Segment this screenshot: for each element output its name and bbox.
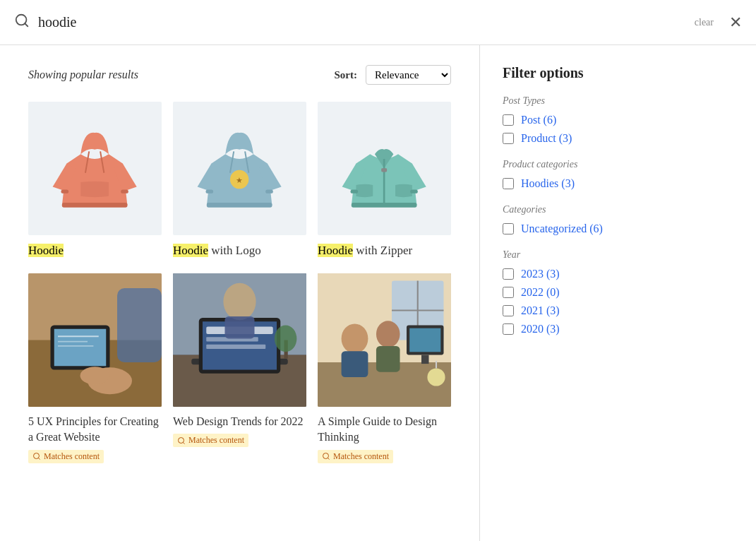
svg-rect-53 bbox=[409, 328, 440, 352]
product-image: ★ bbox=[173, 102, 306, 235]
filter-section-product-categories: Product categories Hoodies (3) bbox=[503, 159, 683, 190]
svg-line-62 bbox=[328, 458, 329, 459]
product-title: Hoodie with Logo bbox=[173, 242, 306, 259]
blog-card[interactable]: 5 UX Principles for Creating a Great Web… bbox=[28, 273, 162, 463]
showing-text: Showing popular results bbox=[28, 69, 138, 81]
product-image bbox=[28, 102, 162, 235]
product-card[interactable]: Hoodie bbox=[28, 102, 162, 259]
svg-rect-58 bbox=[376, 346, 400, 372]
svg-line-45 bbox=[183, 442, 184, 444]
svg-rect-41 bbox=[225, 316, 255, 339]
filter-label-post[interactable]: Post (6) bbox=[521, 114, 556, 126]
product-title: Hoodie with Zipper bbox=[318, 242, 451, 259]
filter-label-2023[interactable]: 2023 (3) bbox=[521, 268, 560, 280]
results-header: Showing popular results Sort: Relevance … bbox=[28, 65, 451, 85]
svg-rect-54 bbox=[421, 355, 429, 364]
filter-section-label: Categories bbox=[503, 204, 683, 215]
filter-checkbox-uncategorized[interactable] bbox=[503, 223, 514, 234]
clear-button[interactable]: clear bbox=[695, 17, 714, 28]
filter-panel: Filter options Post Types Post (6) Produ… bbox=[480, 45, 706, 541]
filter-checkbox-2021[interactable] bbox=[503, 305, 514, 316]
svg-rect-39 bbox=[206, 345, 265, 349]
filter-section-label: Product categories bbox=[503, 159, 683, 170]
product-image bbox=[318, 102, 451, 235]
filter-item: 2022 (0) bbox=[503, 286, 683, 299]
matches-badge: Matches content bbox=[318, 450, 393, 463]
search-small-icon bbox=[177, 436, 186, 445]
search-small-icon bbox=[322, 452, 330, 460]
filter-label-hoodies[interactable]: Hoodies (3) bbox=[521, 177, 575, 190]
filter-label-uncategorized[interactable]: Uncategorized (6) bbox=[521, 222, 603, 235]
matches-badge: Matches content bbox=[28, 450, 104, 463]
svg-rect-12 bbox=[266, 190, 274, 194]
highlight: Hoodie bbox=[28, 244, 64, 257]
filter-checkbox-hoodies[interactable] bbox=[503, 178, 514, 189]
filter-label-2022[interactable]: 2022 (0) bbox=[521, 286, 560, 299]
product-card[interactable]: Hoodie with Zipper bbox=[318, 102, 451, 259]
blog-grid: 5 UX Principles for Creating a Great Web… bbox=[28, 273, 451, 463]
blog-image bbox=[318, 273, 451, 407]
filter-section-label: Year bbox=[503, 249, 683, 261]
search-bar: clear ✕ bbox=[0, 0, 756, 45]
filter-label-2020[interactable]: 2020 (3) bbox=[521, 323, 560, 335]
svg-rect-6 bbox=[62, 203, 128, 208]
blog-title: Web Design Trends for 2022 bbox=[173, 414, 306, 429]
filter-item: 2020 (3) bbox=[503, 323, 683, 335]
filter-item: Product (3) bbox=[503, 132, 683, 145]
blog-image bbox=[173, 273, 306, 407]
svg-rect-4 bbox=[61, 190, 69, 194]
filter-checkbox-2023[interactable] bbox=[503, 268, 514, 280]
filter-label-2021[interactable]: 2021 (3) bbox=[521, 304, 560, 317]
product-card[interactable]: ★ Hoodie with Logo bbox=[173, 102, 306, 259]
svg-point-61 bbox=[323, 453, 329, 459]
matches-label: Matches content bbox=[333, 451, 389, 462]
matches-label: Matches content bbox=[44, 451, 100, 462]
svg-rect-22 bbox=[54, 329, 107, 367]
sort-select[interactable]: Relevance Date Price bbox=[366, 65, 451, 85]
filter-checkbox-2022[interactable] bbox=[503, 287, 514, 298]
matches-badge: Matches content bbox=[173, 434, 248, 447]
svg-rect-16 bbox=[351, 190, 359, 194]
svg-point-55 bbox=[342, 323, 368, 353]
filter-checkbox-2020[interactable] bbox=[503, 323, 514, 335]
svg-line-1 bbox=[25, 23, 28, 26]
blog-card[interactable]: Web Design Trends for 2022 Matches conte… bbox=[173, 273, 306, 463]
blog-card[interactable]: A Simple Guide to Design Thinking Matche… bbox=[318, 273, 451, 463]
search-input[interactable] bbox=[38, 14, 686, 30]
svg-point-59 bbox=[427, 368, 445, 386]
filter-section-post-types: Post Types Post (6) Product (3) bbox=[503, 95, 683, 145]
svg-rect-15 bbox=[382, 168, 388, 172]
filter-item: Hoodies (3) bbox=[503, 177, 683, 190]
highlight: Hoodie bbox=[318, 244, 353, 257]
svg-rect-28 bbox=[117, 288, 162, 362]
blog-title: A Simple Guide to Design Thinking bbox=[318, 414, 451, 446]
svg-text:★: ★ bbox=[236, 177, 243, 185]
svg-rect-18 bbox=[352, 203, 417, 208]
product-title: Hoodie bbox=[28, 242, 162, 259]
search-small-icon bbox=[32, 452, 41, 460]
product-grid: Hoodie ★ bbox=[28, 102, 451, 259]
svg-rect-11 bbox=[206, 190, 214, 194]
filter-section-label: Post Types bbox=[503, 95, 683, 107]
svg-rect-56 bbox=[342, 351, 368, 377]
filter-checkbox-product[interactable] bbox=[503, 133, 514, 144]
hoodie-blue-svg: ★ bbox=[193, 121, 286, 215]
svg-point-43 bbox=[275, 325, 297, 352]
search-icon bbox=[14, 13, 30, 32]
svg-rect-13 bbox=[207, 203, 272, 208]
blog-image bbox=[28, 273, 162, 407]
filter-section-categories: Categories Uncategorized (6) bbox=[503, 204, 683, 235]
results-panel: Showing popular results Sort: Relevance … bbox=[0, 45, 480, 541]
matches-label: Matches content bbox=[188, 435, 244, 446]
filter-checkbox-post[interactable] bbox=[503, 114, 514, 126]
svg-line-30 bbox=[38, 458, 40, 459]
svg-point-44 bbox=[179, 437, 184, 443]
filter-item: 2023 (3) bbox=[503, 268, 683, 280]
svg-point-29 bbox=[34, 453, 40, 459]
sort-label: Sort: bbox=[335, 69, 358, 81]
filter-title: Filter options bbox=[503, 65, 683, 81]
filter-label-product[interactable]: Product (3) bbox=[521, 132, 572, 145]
close-button[interactable]: ✕ bbox=[729, 13, 742, 32]
svg-point-27 bbox=[80, 367, 110, 384]
filter-item: Uncategorized (6) bbox=[503, 222, 683, 235]
